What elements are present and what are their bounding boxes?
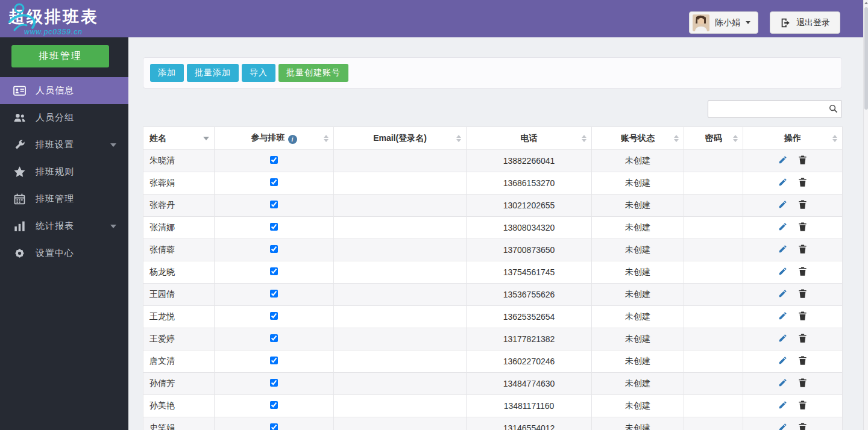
edit-button[interactable] (778, 244, 788, 256)
scheduled-checkbox[interactable] (270, 178, 278, 186)
search-icon[interactable] (829, 104, 838, 113)
delete-button[interactable] (797, 422, 808, 430)
table-header-row: 姓名参与排班iEmail(登录名)电话账号状态密码操作 (143, 127, 843, 150)
scheduled-checkbox[interactable] (270, 357, 278, 364)
edit-button[interactable] (778, 355, 788, 367)
column-label: 操作 (784, 133, 801, 143)
sidebar-item-schedule-rules[interactable]: 排班规则 (0, 158, 128, 185)
cell-account-status: 未创建 (592, 239, 684, 261)
column-label: 电话 (521, 133, 538, 143)
table-row: 朱晓清13882266041未创建 (143, 150, 843, 172)
cell-actions (743, 373, 843, 395)
vertical-scrollbar[interactable] (863, 0, 868, 430)
sidebar-item-personnel-info[interactable]: 人员信息 (0, 77, 128, 104)
scheduled-checkbox[interactable] (270, 379, 278, 387)
delete-button[interactable] (797, 155, 808, 167)
search-input[interactable] (708, 100, 842, 118)
logout-button[interactable]: 退出登录 (770, 11, 840, 34)
cell-name: 王园倩 (143, 284, 215, 306)
sidebar-item-label: 排班管理 (36, 193, 74, 205)
column-label: 密码 (705, 133, 722, 143)
cell-scheduled (215, 150, 334, 172)
scheduled-checkbox[interactable] (270, 312, 278, 320)
cell-password (684, 195, 743, 217)
cell-name: 王龙悦 (143, 306, 215, 328)
scheduled-checkbox[interactable] (270, 245, 278, 253)
batch-add-button[interactable]: 批量添加 (187, 64, 239, 82)
delete-button[interactable] (797, 266, 808, 278)
cell-password (684, 328, 743, 351)
cell-email (334, 328, 467, 351)
cell-scheduled (215, 328, 334, 351)
edit-button[interactable] (778, 177, 788, 189)
cell-email (334, 195, 467, 217)
column-header-account-status[interactable]: 账号状态 (592, 127, 684, 150)
scheduled-checkbox[interactable] (270, 201, 278, 208)
edit-button[interactable] (778, 311, 788, 323)
sidebar-item-schedule-management[interactable]: 排班管理 (0, 185, 128, 213)
edit-button[interactable] (778, 333, 788, 345)
column-header-password[interactable]: 密码 (684, 127, 743, 150)
edit-icon (778, 199, 788, 211)
import-button[interactable]: 导入 (242, 64, 275, 82)
table-row: 孙倩芳13484774630未创建 (143, 373, 843, 395)
delete-button[interactable] (797, 355, 808, 367)
edit-button[interactable] (778, 422, 788, 430)
edit-button[interactable] (778, 288, 788, 301)
cell-phone: 13602270246 (467, 351, 592, 373)
table-row: 孙美艳13481171160未创建 (143, 395, 843, 417)
edit-icon (778, 400, 788, 412)
batch-create-accounts-button[interactable]: 批量创建账号 (278, 64, 348, 82)
table-row: 张倩蓉13700873650未创建 (143, 239, 843, 261)
delete-button[interactable] (797, 378, 808, 390)
delete-button[interactable] (797, 177, 808, 189)
edit-button[interactable] (778, 400, 788, 412)
chevron-down-icon (746, 21, 750, 24)
column-header-actions[interactable]: 操作 (743, 127, 843, 150)
edit-button[interactable] (778, 199, 788, 211)
edit-icon (778, 288, 788, 301)
column-header-name[interactable]: 姓名 (143, 127, 215, 150)
column-header-email[interactable]: Email(登录名) (334, 127, 467, 150)
delete-button[interactable] (797, 333, 808, 345)
info-icon[interactable]: i (288, 135, 297, 144)
column-header-phone[interactable]: 电话 (467, 127, 592, 150)
sidebar-item-statistics-reports[interactable]: 统计报表 (0, 213, 128, 240)
schedule-management-button[interactable]: 排班管理 (11, 45, 109, 67)
delete-icon (797, 222, 808, 234)
delete-button[interactable] (797, 199, 808, 211)
chevron-down-icon (110, 143, 116, 147)
sort-desc-icon (203, 137, 209, 140)
edit-button[interactable] (778, 378, 788, 390)
scheduled-checkbox[interactable] (270, 290, 278, 298)
scheduled-checkbox[interactable] (270, 267, 278, 275)
scheduled-checkbox[interactable] (270, 156, 278, 164)
edit-button[interactable] (778, 222, 788, 234)
cell-name: 张清娜 (143, 217, 215, 239)
delete-button[interactable] (797, 311, 808, 323)
scheduled-checkbox[interactable] (270, 423, 278, 430)
id-card-icon (13, 84, 26, 98)
scheduled-checkbox[interactable] (270, 334, 278, 342)
sidebar-item-personnel-groups[interactable]: 人员分组 (0, 104, 128, 131)
cell-email (334, 306, 467, 328)
delete-button[interactable] (797, 400, 808, 412)
sidebar-item-settings-center[interactable]: 设置中心 (0, 240, 128, 267)
scrollbar-thumb[interactable] (864, 7, 868, 110)
delete-button[interactable] (797, 244, 808, 256)
cell-actions (743, 172, 843, 195)
edit-icon (778, 355, 788, 367)
add-button[interactable]: 添加 (150, 64, 184, 82)
sidebar-item-schedule-settings[interactable]: 排班设置 (0, 131, 128, 158)
edit-button[interactable] (778, 266, 788, 278)
delete-button[interactable] (797, 288, 808, 301)
column-label: Email(登录名) (373, 133, 427, 143)
scheduled-checkbox[interactable] (270, 401, 278, 409)
sidebar-item-label: 人员信息 (36, 85, 74, 96)
scheduled-checkbox[interactable] (270, 223, 278, 231)
column-header-scheduled[interactable]: 参与排班i (215, 127, 334, 150)
user-menu-button[interactable]: 陈小娟 (689, 11, 758, 34)
delete-button[interactable] (797, 222, 808, 234)
scroll-up-arrow-icon[interactable] (864, 0, 868, 6)
edit-button[interactable] (778, 155, 788, 167)
